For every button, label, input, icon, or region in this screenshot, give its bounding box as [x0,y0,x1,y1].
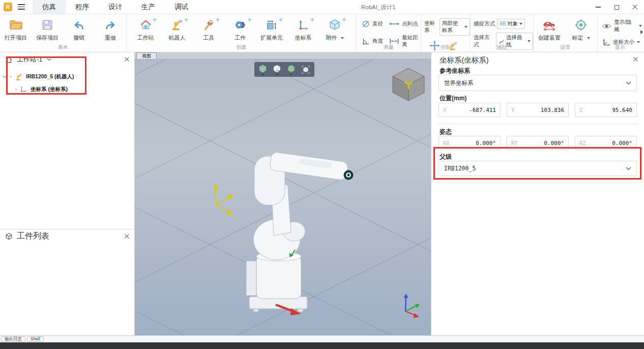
property-panel-close-icon[interactable] [633,57,638,62]
tree-item-robot[interactable]: IRB1200_5 (机器人) [0,70,134,83]
pose-rz-field[interactable]: RZ 0.000° [575,136,637,150]
car-icon [542,18,557,32]
save-project-label: 保存项目 [36,35,58,41]
parent-label: 父级 [440,153,452,161]
svg-text:Solid: Solid [276,69,280,71]
tab-output-log[interactable]: 输出日志 [1,336,25,342]
divider [438,183,637,183]
measure-diameter-button[interactable]: 直径 [362,20,389,28]
property-panel-title: 坐标系(坐标系) [440,55,489,65]
tree-robot-icon [15,73,23,81]
create-part-label: 工件 [235,35,246,41]
tab-simulation[interactable]: 仿真 [33,0,66,14]
tab-production[interactable]: 生产 [132,0,165,14]
statusbar [0,342,644,349]
reference-coord-label: 参考坐标系 [440,67,470,75]
tree-item-coord[interactable]: 坐标系 (坐标系) [0,83,134,96]
frame-marker-yellow [214,185,233,215]
attachment-dropdown-caret[interactable] [341,37,344,39]
maximize-button[interactable] [607,0,626,14]
tree-expander-icon[interactable] [3,75,7,78]
fit-view-button[interactable] [301,65,311,75]
snap-grid-icon [500,21,506,27]
workpiece-panel-header: 工件列表 [0,229,134,243]
show-hide-caret [639,25,642,27]
measure-point-to-point-button[interactable]: 点到点 [389,20,421,28]
view-mode-toolbar: Solid [254,62,314,77]
extension-unit-icon [266,18,278,32]
axis-size-caret [637,41,640,43]
position-z-field[interactable]: Z 95.640 [575,103,637,117]
view-mode-solid-button[interactable]: Solid [272,64,282,75]
robot-arm-icon [170,18,184,32]
snap-mode-select[interactable]: 对象 [497,19,525,29]
view-cube[interactable] [393,68,424,101]
station-chevron-icon[interactable] [47,58,51,61]
target-icon [574,18,588,32]
tree-bullet [10,76,12,77]
ribbon-group-basic: 打开项目 保存项目 撤销 [0,14,126,52]
nut-icon [233,18,247,32]
robot-model[interactable] [246,152,353,315]
floppy-icon [41,18,53,32]
tab-design[interactable]: 设计 [99,0,132,14]
show-hide-button[interactable]: 显示/隐藏 [598,19,642,33]
ribbon-group-settings: 创建装置 标定 设置 [533,14,597,52]
ribbon-expand-icon[interactable] [640,30,643,34]
window-controls [589,0,644,14]
snap-mode-caret [519,23,522,25]
station-tree: IRB1200_5 (机器人) 坐标系 (坐标系) [0,67,134,96]
position-y-field[interactable]: Y 103.836 [507,103,569,117]
redo-icon [104,18,117,32]
station-panel-close-icon[interactable] [125,57,129,62]
tab-shell[interactable]: Shell [27,336,44,342]
ribbon-group-control: 坐标系 局部坐标系 控制 [421,14,470,52]
view-mode-caret [290,74,292,75]
tab-debug[interactable]: 调试 [165,0,198,14]
control-coord-label: 坐标系 [424,20,437,34]
position-fields: X -687.411 Y 103.836 Z 95.640 [438,103,637,117]
snap-mode-label: 捕捉方式 [474,20,495,27]
view-mode-wireframe-button[interactable] [258,64,268,75]
home-outline-icon [5,56,13,64]
attachment-cube-icon [328,18,341,32]
window-title: RobAI_设计1 [361,0,396,14]
group-label-settings: 设置 [534,44,597,51]
tree-axes-icon [20,85,27,93]
app-logo-icon[interactable]: R [4,3,12,11]
group-label-measure: 测量 [357,44,421,51]
tab-program[interactable]: 程序 [66,0,99,14]
create-attachment-label: 附件 [326,35,343,41]
bottom-tabbar: 输出日志 Shell [0,335,644,342]
undo-icon [72,18,85,32]
viewport-tab-view[interactable]: 视图 [136,52,157,59]
close-button[interactable] [626,0,644,14]
reference-coord-select[interactable]: 世界坐标系 [438,75,637,91]
ribbon-group-measure: 直径 点到点 角度 最短距离 测量 [356,14,421,52]
ribbon-group-assist: 捕捉方式 对象 选择方式 选择曲线 辅助 [470,14,533,52]
coord-mode-select[interactable]: 局部坐标系 [440,18,470,36]
parent-select[interactable]: IRB1200_5 [438,161,637,176]
undo-label: 撤销 [73,35,84,41]
group-label-create: 创建 [127,44,356,51]
group-label-display: 显示 [598,44,642,51]
scene-3d-canvas[interactable]: Solid [135,60,431,335]
create-robot-label: 机器人 [169,35,186,41]
minimize-button[interactable] [589,0,607,14]
left-panel: 工作站-1 IRB1200_5 (机器人) [0,52,135,335]
view-mode-shaded-button[interactable] [286,64,296,75]
diameter-icon [362,20,370,28]
ribbon-group-display: 显示/隐藏 坐标大小 显示 [597,14,642,52]
position-label: 位置(mm) [440,94,466,103]
group-label-basic: 基本 [0,44,126,51]
pose-ry-field[interactable]: RY 0.000° [507,136,569,150]
workpiece-panel-close-icon[interactable] [125,234,129,239]
folder-icon [9,18,23,32]
calibrate-dropdown-caret[interactable] [587,37,590,39]
world-origin-triad [404,294,420,318]
pose-rx-field[interactable]: RX 0.000° [438,136,501,150]
position-x-field[interactable]: X -687.411 [438,103,501,117]
view-mode-caret [276,74,278,75]
menu-hamburger-icon[interactable] [17,4,25,10]
pose-fields: RX 0.000° RY 0.000° RZ 0.000° [438,136,637,150]
